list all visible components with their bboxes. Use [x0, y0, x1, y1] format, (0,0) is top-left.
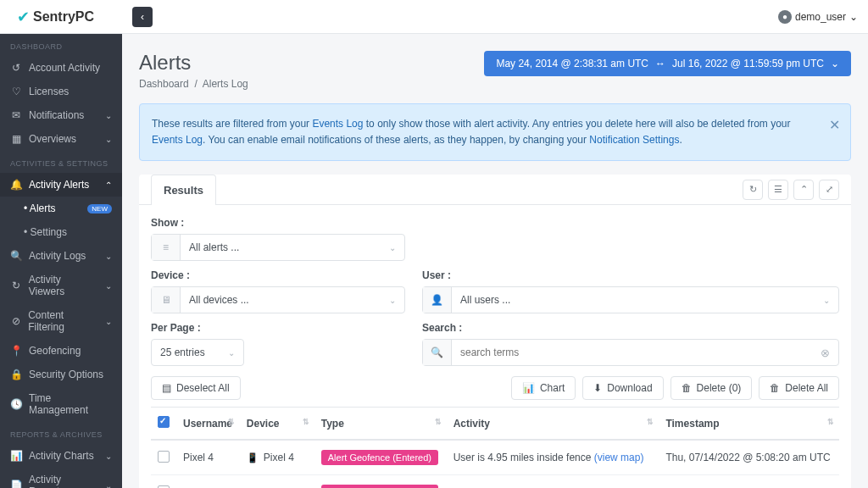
sidebar: DASHBOARD↺Account Activity♡Licenses✉Noti…: [0, 34, 122, 488]
col-checkbox[interactable]: [151, 408, 176, 441]
sidebar-section-header: DASHBOARD: [0, 34, 122, 56]
swap-icon: ↔: [655, 58, 665, 69]
sort-icon: ⇅: [435, 418, 442, 426]
delete-button[interactable]: 🗑Delete (0): [670, 376, 753, 400]
user-select[interactable]: 👤 All users ... ⌄: [422, 286, 839, 313]
sidebar-item-label: Activity Viewers: [29, 274, 98, 297]
results-card: Results ↻ ☰ ⌃ ⤢ Show : ≡ A: [139, 175, 851, 488]
select-all-checkbox[interactable]: [158, 416, 170, 428]
deselect-all-button[interactable]: ▤ Deselect All: [151, 376, 241, 400]
delete-all-button[interactable]: 🗑Delete All: [759, 376, 839, 400]
row-checkbox[interactable]: [158, 451, 170, 463]
sidebar-item-label: Notifications: [29, 109, 84, 121]
chart-button[interactable]: 📊Chart: [511, 376, 576, 400]
mail-icon: ✉: [10, 109, 22, 121]
col-username[interactable]: Username⇅: [176, 408, 240, 441]
device-select[interactable]: 🖥 All devices ... ⌄: [151, 286, 405, 313]
chart-icon: 📊: [10, 450, 22, 462]
download-button[interactable]: ⬇Download: [582, 376, 663, 400]
trash-icon: 🗑: [682, 382, 692, 394]
cell-device: 📱Pixel 4: [240, 440, 314, 475]
events-log-link-2[interactable]: Events Log: [152, 134, 203, 146]
android-icon: 📱: [247, 452, 259, 463]
heart-icon: ♡: [10, 86, 22, 97]
perpage-label: Per Page :: [151, 322, 405, 334]
sidebar-item-activity-charts[interactable]: 📊Activity Charts⌄: [0, 444, 122, 468]
sort-icon: ⇅: [303, 418, 309, 426]
table-row: ElaineB⊞Family-PCAlert Geofence (Entered…: [151, 475, 839, 488]
sidebar-item-licenses[interactable]: ♡Licenses: [0, 80, 122, 103]
chevron-icon: ⌄: [105, 452, 112, 461]
trash-icon: 🗑: [770, 382, 780, 394]
perpage-select[interactable]: 25 entries ⌄: [151, 339, 244, 366]
chevron-icon: ⌄: [105, 481, 112, 489]
refresh-icon: ↻: [10, 280, 22, 291]
chevron-down-icon: ⌄: [381, 243, 404, 252]
search-icon: 🔍: [423, 340, 452, 365]
col-activity[interactable]: Activity⇅: [447, 408, 659, 441]
show-label: Show :: [151, 217, 405, 229]
tab-results[interactable]: Results: [151, 175, 216, 205]
ban-icon: ⊘: [10, 315, 21, 327]
view-map-link[interactable]: (view map): [594, 452, 644, 463]
device-label: Device :: [151, 269, 405, 281]
sidebar-item-activity-viewers[interactable]: ↻Activity Viewers⌄: [0, 268, 122, 303]
sidebar-item-account-activity[interactable]: ↺Account Activity: [0, 56, 122, 80]
logo[interactable]: ✔ SentryPC: [10, 8, 132, 26]
search-label: Search :: [422, 322, 839, 334]
cell-username: Pixel 4: [176, 440, 240, 475]
sidebar-item-activity-logs[interactable]: 🔍Activity Logs⌄: [0, 244, 122, 268]
monitor-icon: 🖥: [152, 287, 181, 313]
user-menu[interactable]: ● demo_user ⌄: [778, 10, 858, 24]
pin-icon: 📍: [10, 345, 22, 357]
deselect-icon: ▤: [162, 382, 171, 394]
clock-icon: 🕓: [10, 398, 22, 410]
chevron-down-icon: ⌄: [381, 296, 404, 305]
close-banner-button[interactable]: ✕: [829, 114, 840, 136]
sidebar-item-overviews[interactable]: ▦Overviews⌄: [0, 127, 122, 151]
shield-icon: ✔: [17, 8, 30, 26]
sidebar-item-content-filtering[interactable]: ⊘Content Filtering⌄: [0, 303, 122, 339]
col-device[interactable]: Device⇅: [240, 408, 314, 441]
sidebar-item-activity-reports[interactable]: 📄Activity Reports⌄: [0, 468, 122, 488]
col-timestamp[interactable]: Timestamp⇅: [659, 408, 839, 441]
grid-icon: ▦: [10, 133, 22, 145]
sidebar-item-activity-alerts[interactable]: 🔔Activity Alerts⌃: [0, 173, 122, 197]
list-icon: ≡: [152, 235, 181, 260]
collapse-sidebar-button[interactable]: ‹: [132, 7, 153, 27]
cell-activity: User is 2.82 miles outside fence (view m…: [447, 475, 659, 488]
sidebar-subitem-settings[interactable]: • Settings: [0, 220, 122, 244]
search-input[interactable]: [452, 347, 812, 358]
sidebar-item-geofencing[interactable]: 📍Geofencing: [0, 339, 122, 363]
clear-search-button[interactable]: ⊗: [812, 347, 838, 359]
col-type[interactable]: Type⇅: [314, 408, 447, 441]
sidebar-item-label: Time Management: [29, 392, 112, 416]
expand-button[interactable]: ⤢: [819, 180, 839, 200]
breadcrumb-root[interactable]: Dashboard: [139, 78, 189, 90]
show-select[interactable]: ≡ All alerts ... ⌄: [151, 234, 405, 261]
chevron-icon: ⌃: [105, 180, 112, 190]
date-range-picker[interactable]: May 24, 2014 @ 2:38:31 am UTC ↔ Jul 16, …: [484, 51, 851, 76]
sidebar-item-time-management[interactable]: 🕓Time Management: [0, 386, 122, 422]
lock-icon: 🔒: [10, 369, 22, 380]
sidebar-section-header: REPORTS & ARCHIVES: [0, 422, 122, 444]
sidebar-item-label: Activity Reports: [29, 474, 98, 488]
sidebar-subitem-alerts[interactable]: • AlertsNEW: [0, 197, 122, 220]
list-button[interactable]: ☰: [768, 180, 788, 200]
chevron-icon: ⌄: [105, 252, 112, 261]
expand-icon: ⤢: [826, 184, 833, 195]
user-icon: 👤: [423, 287, 452, 313]
menu-icon: ☰: [774, 184, 782, 195]
bell-icon: 🔔: [10, 179, 22, 191]
chevron-down-icon: ⌄: [220, 348, 243, 358]
sidebar-item-notifications[interactable]: ✉Notifications⌄: [0, 103, 122, 127]
events-log-link[interactable]: Events Log: [312, 118, 363, 130]
sort-icon: ⇅: [647, 418, 654, 426]
chevron-icon: ⌄: [105, 111, 112, 120]
collapse-card-button[interactable]: ⌃: [793, 180, 814, 200]
sidebar-item-label: Geofencing: [29, 345, 81, 357]
user-label: User :: [422, 269, 839, 281]
sidebar-item-security-options[interactable]: 🔒Security Options: [0, 363, 122, 386]
refresh-button[interactable]: ↻: [743, 180, 763, 200]
notification-settings-link[interactable]: Notification Settings: [589, 134, 679, 146]
